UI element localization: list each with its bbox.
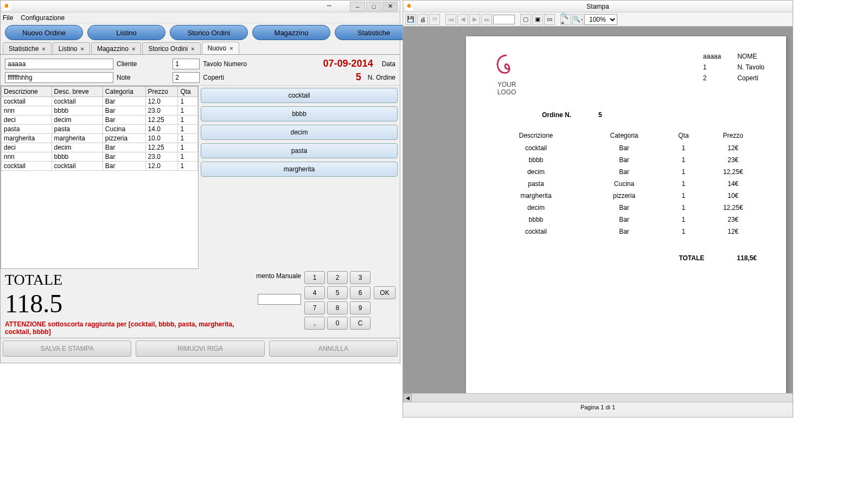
cell-breve[interactable]: decim: [52, 143, 103, 152]
cell-desc[interactable]: nnn: [2, 106, 52, 115]
refresh-icon[interactable]: ⟳: [429, 14, 440, 25]
print-canvas[interactable]: YOUR LOGO aaaaa NOME 1 N. Tavolo 2 Coper…: [403, 27, 793, 400]
rimuovi-riga-button[interactable]: RIMUOVI RIGA: [136, 341, 264, 357]
listino-button[interactable]: Listino: [87, 25, 165, 40]
cliente-input[interactable]: [5, 59, 113, 69]
cell-desc[interactable]: margherita: [2, 134, 52, 143]
tab-listino[interactable]: Listino×: [53, 42, 90, 54]
table-row[interactable]: pastapastaCucina14.01: [2, 125, 198, 134]
cell-desc[interactable]: deci: [2, 115, 52, 125]
cell-cat[interactable]: pizzeria: [103, 134, 145, 143]
coperti-input[interactable]: [173, 72, 200, 83]
col-breve[interactable]: Desc. breve: [52, 87, 103, 97]
cell-qta[interactable]: 1: [178, 152, 198, 162]
cell-qta[interactable]: 1: [178, 143, 198, 152]
tab-statistiche[interactable]: Statistiche×: [3, 42, 52, 54]
cell-prezzo[interactable]: 12.25: [145, 115, 178, 125]
salva-stampa-button[interactable]: SALVA E STAMPA: [3, 341, 131, 357]
statistiche-button[interactable]: Statistiche: [335, 25, 413, 40]
cell-desc[interactable]: cocktail: [2, 162, 52, 171]
cell-desc[interactable]: deci: [2, 143, 52, 152]
key-5[interactable]: 5: [327, 286, 348, 299]
page-number-input[interactable]: [493, 15, 515, 24]
table-row[interactable]: decidecimBar12.251: [2, 143, 198, 152]
manual-amount-input[interactable]: [258, 294, 301, 305]
annulla-button[interactable]: ANNULLA: [269, 341, 398, 357]
fit-page-icon[interactable]: ▣: [532, 14, 543, 25]
table-row[interactable]: margheritamargheritapizzeria10.01: [2, 134, 198, 143]
table-row[interactable]: cocktailcocktailBar12.01: [2, 162, 198, 171]
zoom-out-icon[interactable]: 🔍-: [572, 14, 583, 25]
col-cat[interactable]: Categoria: [103, 87, 145, 97]
maximize-button[interactable]: □: [366, 2, 381, 11]
table-row[interactable]: nnnbbbbBar23.01: [2, 152, 198, 162]
key-1[interactable]: 1: [304, 271, 325, 284]
cell-qta[interactable]: 1: [178, 115, 198, 125]
save-icon[interactable]: 💾: [405, 14, 416, 25]
key-3[interactable]: 3: [350, 271, 371, 284]
cell-qta[interactable]: 1: [178, 125, 198, 134]
key-6[interactable]: 6: [350, 286, 371, 299]
cell-cat[interactable]: Bar: [103, 162, 145, 171]
key-7[interactable]: 7: [304, 301, 325, 314]
tab-magazzino[interactable]: Magazzino×: [91, 42, 141, 54]
item-button-margherita[interactable]: margherita: [201, 162, 398, 177]
table-row[interactable]: cocktailcocktailBar12.01: [2, 97, 198, 106]
col-prezzo[interactable]: Prezzo: [145, 87, 178, 97]
cell-qta[interactable]: 1: [178, 97, 198, 106]
col-qta[interactable]: Qta: [178, 87, 198, 97]
cell-prezzo[interactable]: 12.0: [145, 97, 178, 106]
first-page-icon[interactable]: ⏮: [445, 14, 456, 25]
col-desc[interactable]: Descrizione: [2, 87, 52, 97]
cell-breve[interactable]: decim: [52, 115, 103, 125]
key-ok[interactable]: OK: [374, 286, 395, 299]
note-input[interactable]: [5, 72, 113, 83]
tavolo-input[interactable]: [173, 59, 200, 69]
cell-cat[interactable]: Bar: [103, 143, 145, 152]
cell-prezzo[interactable]: 12.0: [145, 162, 178, 171]
scroll-left-icon[interactable]: ◀: [403, 394, 412, 402]
item-button-bbbb[interactable]: bbbb: [201, 106, 398, 121]
cell-desc[interactable]: cocktail: [2, 97, 52, 106]
zoom-select[interactable]: 100%: [584, 14, 617, 25]
horizontal-scrollbar[interactable]: ◀: [403, 393, 793, 402]
cell-prezzo[interactable]: 12.25: [145, 143, 178, 152]
table-row[interactable]: decidecimBar12.251: [2, 115, 198, 125]
fit-width-icon[interactable]: ▭: [544, 14, 555, 25]
key-9[interactable]: 9: [350, 301, 371, 314]
cell-qta[interactable]: 1: [178, 106, 198, 115]
cell-qta[interactable]: 1: [178, 134, 198, 143]
menu-file[interactable]: File: [3, 14, 13, 22]
cell-cat[interactable]: Bar: [103, 106, 145, 115]
magazzino-button[interactable]: Magazzino: [252, 25, 330, 40]
cell-breve[interactable]: cocktail: [52, 162, 103, 171]
close-button[interactable]: ✕: [382, 2, 398, 11]
zoom-in-icon[interactable]: 🔍+: [560, 14, 571, 25]
cell-prezzo[interactable]: 23.0: [145, 152, 178, 162]
cell-cat[interactable]: Bar: [103, 115, 145, 125]
print-icon[interactable]: 🖨: [417, 14, 428, 25]
key-comma[interactable]: ,: [304, 317, 325, 330]
cell-breve[interactable]: cocktail: [52, 97, 103, 106]
item-button-pasta[interactable]: pasta: [201, 143, 398, 158]
order-table[interactable]: Descrizione Desc. breve Categoria Prezzo…: [1, 86, 199, 269]
key-0[interactable]: 0: [327, 317, 348, 330]
key-4[interactable]: 4: [304, 286, 325, 299]
cell-breve[interactable]: bbbb: [52, 106, 103, 115]
tab-storico-ordini[interactable]: Storico Ordini×: [142, 42, 200, 54]
cell-qta[interactable]: 1: [178, 162, 198, 171]
close-icon[interactable]: ×: [132, 46, 135, 52]
item-button-cocktail[interactable]: cocktail: [201, 88, 398, 103]
resize-icon[interactable]: ↔: [326, 2, 333, 11]
actual-size-icon[interactable]: ▢: [520, 14, 531, 25]
next-page-icon[interactable]: ▶: [469, 14, 480, 25]
item-button-decim[interactable]: decim: [201, 125, 398, 140]
prev-page-icon[interactable]: ◀: [457, 14, 468, 25]
tab-nuovo[interactable]: Nuovo×: [202, 42, 239, 54]
cell-cat[interactable]: Bar: [103, 152, 145, 162]
cell-breve[interactable]: bbbb: [52, 152, 103, 162]
close-icon[interactable]: ×: [80, 46, 84, 52]
table-row[interactable]: nnnbbbbBar23.01: [2, 106, 198, 115]
cell-breve[interactable]: pasta: [52, 125, 103, 134]
menu-config[interactable]: Configurazione: [21, 14, 65, 22]
